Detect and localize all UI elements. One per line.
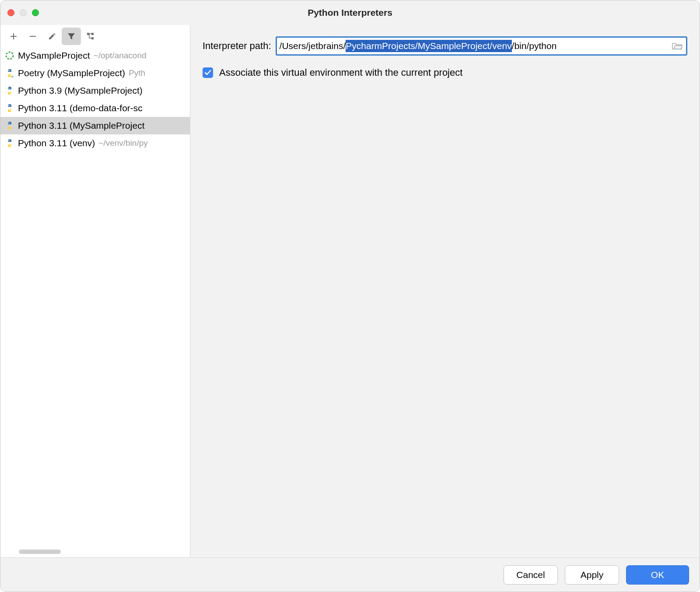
list-item[interactable]: Python 3.11 (venv) ~/venv/bin/py	[0, 134, 190, 152]
python-icon	[5, 121, 14, 130]
edit-button[interactable]	[42, 28, 62, 45]
horizontal-scrollbar[interactable]	[19, 550, 61, 554]
path-pre: /Users/jetbrains/	[280, 41, 346, 51]
traffic-lights	[7, 9, 39, 16]
list-item[interactable]: Python 3.11 (MySampleProject	[0, 117, 190, 134]
python-icon	[5, 86, 14, 95]
plus-icon	[9, 32, 18, 41]
titlebar: Python Interpreters	[0, 0, 700, 25]
item-path: ~/venv/bin/py	[98, 138, 148, 148]
item-path: ~/opt/anacond	[94, 51, 147, 60]
item-name: Python 3.11 (venv)	[18, 138, 95, 148]
path-post: /bin/python	[512, 41, 557, 51]
conda-icon	[5, 51, 14, 60]
filter-button[interactable]	[62, 28, 81, 45]
svg-rect-2	[91, 33, 94, 35]
item-path: Pyth	[129, 68, 145, 78]
cancel-button[interactable]: Cancel	[504, 565, 558, 585]
tree-icon	[86, 32, 95, 41]
window-title: Python Interpreters	[0, 7, 700, 18]
list-item[interactable]: v Poetry (MySampleProject) Pyth	[0, 64, 190, 82]
folder-icon	[672, 42, 682, 50]
ok-button[interactable]: OK	[626, 565, 689, 585]
zoom-window-icon[interactable]	[32, 9, 39, 16]
path-selection: PycharmProjects/MySampleProject/venv	[346, 40, 511, 52]
python-icon: v	[5, 68, 14, 78]
svg-rect-0	[30, 36, 36, 37]
item-name: MySampleProject	[18, 50, 90, 61]
filter-icon	[66, 32, 76, 41]
python-icon	[5, 138, 14, 148]
apply-button[interactable]: Apply	[565, 565, 619, 585]
item-name: Python 3.9 (MySampleProject)	[18, 85, 143, 96]
window: Python Interpreters	[0, 0, 700, 592]
item-name: Poetry (MySampleProject)	[18, 68, 125, 78]
svg-rect-3	[91, 37, 94, 39]
interpreter-path-row: Interpreter path: /Users/jetbrains/Pycha…	[203, 36, 687, 56]
close-window-icon[interactable]	[7, 9, 14, 16]
list-item[interactable]: Python 3.11 (demo-data-for-sc	[0, 99, 190, 117]
interpreter-list[interactable]: MySampleProject ~/opt/anacond v Poetry (…	[0, 46, 190, 557]
sidebar-toolbar	[0, 25, 190, 46]
item-name: Python 3.11 (MySampleProject	[18, 120, 144, 131]
footer: Cancel Apply OK	[0, 557, 700, 592]
minimize-window-icon	[20, 9, 27, 16]
browse-button[interactable]	[671, 42, 683, 50]
associate-label: Associate this virtual environment with …	[219, 67, 462, 78]
main-panel: Interpreter path: /Users/jetbrains/Pycha…	[190, 25, 700, 557]
body: MySampleProject ~/opt/anacond v Poetry (…	[0, 25, 700, 557]
associate-row[interactable]: Associate this virtual environment with …	[203, 67, 687, 78]
remove-button[interactable]	[23, 28, 42, 45]
python-icon	[5, 103, 14, 113]
list-item[interactable]: MySampleProject ~/opt/anacond	[0, 47, 190, 64]
interpreter-path-input[interactable]: /Users/jetbrains/PycharmProjects/MySampl…	[276, 36, 687, 56]
sidebar: MySampleProject ~/opt/anacond v Poetry (…	[0, 25, 190, 557]
list-item[interactable]: Python 3.9 (MySampleProject)	[0, 82, 190, 99]
interpreter-path-label: Interpreter path:	[203, 40, 271, 52]
minus-icon	[28, 32, 37, 41]
associate-checkbox[interactable]	[203, 67, 213, 78]
show-paths-button[interactable]	[81, 28, 100, 45]
svg-text:v: v	[11, 74, 14, 78]
svg-point-4	[6, 52, 13, 59]
add-button[interactable]	[4, 28, 23, 45]
item-name: Python 3.11 (demo-data-for-sc	[18, 103, 143, 113]
interpreter-path-value: /Users/jetbrains/PycharmProjects/MySampl…	[280, 40, 668, 52]
check-icon	[204, 69, 212, 77]
pencil-icon	[48, 32, 56, 41]
